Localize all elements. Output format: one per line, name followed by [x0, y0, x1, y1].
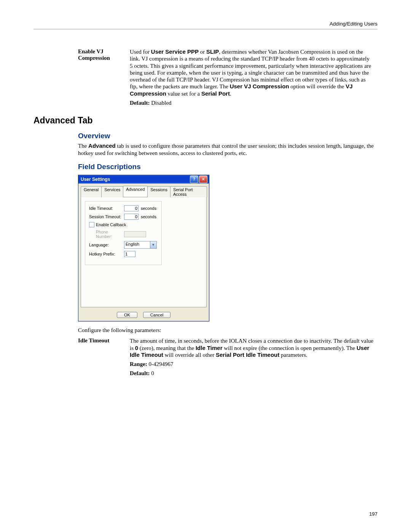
definition-idle-timeout: Idle Timeout The amount of time, in seco…: [33, 337, 378, 377]
language-select[interactable]: English ▾: [124, 241, 157, 249]
language-value: English: [124, 241, 150, 248]
enable-callback-checkbox[interactable]: [89, 222, 94, 227]
definition-term: Idle Timeout: [33, 337, 130, 377]
chevron-down-icon: ▾: [150, 241, 156, 248]
enable-callback-label: Enable Callback: [96, 222, 126, 227]
dialog-title: User Settings: [81, 177, 189, 182]
page-header-section: Adding/Editing Users: [33, 21, 378, 27]
text: option will override the: [289, 83, 346, 89]
definition-body: Used for User Service PPP or SLIP, deter…: [130, 48, 378, 106]
heading-field-descriptions: Field Descriptions: [78, 163, 378, 171]
heading-overview: Overview: [78, 132, 378, 140]
tab-body-advanced: Idle Timeout: seconds Session Timeout: s…: [81, 197, 207, 307]
tab-general[interactable]: General: [81, 186, 102, 197]
session-timeout-unit: seconds: [141, 214, 156, 219]
text: value set for a: [166, 91, 201, 97]
user-settings-dialog: User Settings ? ✕ General Services Advan…: [78, 175, 209, 321]
hotkey-prefix-label: Hotkey Prefix:: [89, 252, 124, 256]
tab-strip: General Services Advanced Sessions Seria…: [78, 184, 209, 197]
text: tab is used to configure those parameter…: [78, 143, 374, 156]
dialog-button-row: OK Cancel: [78, 310, 209, 321]
definition-body: The amount of time, in seconds, before t…: [130, 337, 378, 377]
text: The: [78, 143, 88, 149]
definition-vj-compression: Enable VJ Compression Used for User Serv…: [33, 48, 378, 106]
text: will override all other: [163, 352, 216, 358]
text: (zero), meaning that the: [138, 345, 196, 351]
advanced-fieldset: Idle Timeout: seconds Session Timeout: s…: [85, 201, 162, 265]
default-value: 0: [150, 370, 154, 376]
text-bold: User VJ Compression: [230, 83, 289, 89]
page-number: 197: [369, 511, 378, 517]
phone-number-input: [124, 231, 146, 237]
header-rule: [33, 29, 378, 29]
text: will not expire (the connection is open …: [222, 345, 357, 351]
session-timeout-label: Session Timeout:: [89, 214, 124, 219]
idle-timeout-unit: seconds: [141, 206, 156, 211]
overview-paragraph: The Advanced tab is used to configure th…: [78, 142, 374, 157]
text-bold: User Service PPP: [151, 48, 199, 55]
tab-serial-port-access[interactable]: Serial Port Access: [170, 186, 207, 197]
range-label: Range:: [130, 361, 147, 367]
close-button[interactable]: ✕: [199, 176, 207, 183]
default-value: Disabled: [150, 100, 172, 106]
cancel-button[interactable]: Cancel: [143, 312, 170, 318]
phone-number-label: Phone Number:: [96, 230, 124, 239]
text-bold: SLIP: [206, 48, 219, 55]
text-bold: Advanced: [88, 142, 116, 149]
hotkey-prefix-input[interactable]: [124, 251, 135, 257]
heading-advanced-tab: Advanced Tab: [33, 115, 378, 126]
text-bold: Serial Port: [201, 90, 230, 97]
text-bold: Serial Port Idle Timeout: [216, 351, 279, 358]
text: .: [230, 91, 231, 97]
tab-advanced[interactable]: Advanced: [123, 186, 148, 197]
definition-term: Enable VJ Compression: [33, 48, 130, 106]
text: parameters.: [279, 352, 307, 358]
ok-button[interactable]: OK: [117, 312, 137, 318]
tab-services[interactable]: Services: [101, 186, 123, 197]
configure-intro: Configure the following parameters:: [78, 327, 374, 334]
default-label: Default:: [130, 100, 150, 106]
text: Used for: [130, 49, 151, 55]
dialog-titlebar: User Settings ? ✕: [78, 175, 209, 184]
tab-sessions[interactable]: Sessions: [147, 186, 170, 197]
help-button[interactable]: ?: [190, 176, 198, 183]
session-timeout-input[interactable]: [124, 214, 139, 220]
text: or: [199, 49, 206, 55]
language-label: Language:: [89, 243, 124, 247]
range-value: 0-4294967: [147, 361, 174, 367]
default-label: Default:: [130, 370, 150, 376]
idle-timeout-label: Idle Timeout:: [89, 206, 124, 211]
idle-timeout-input[interactable]: [124, 205, 139, 211]
text-bold: 0: [135, 345, 138, 351]
text-bold: Idle Timer: [196, 345, 223, 351]
